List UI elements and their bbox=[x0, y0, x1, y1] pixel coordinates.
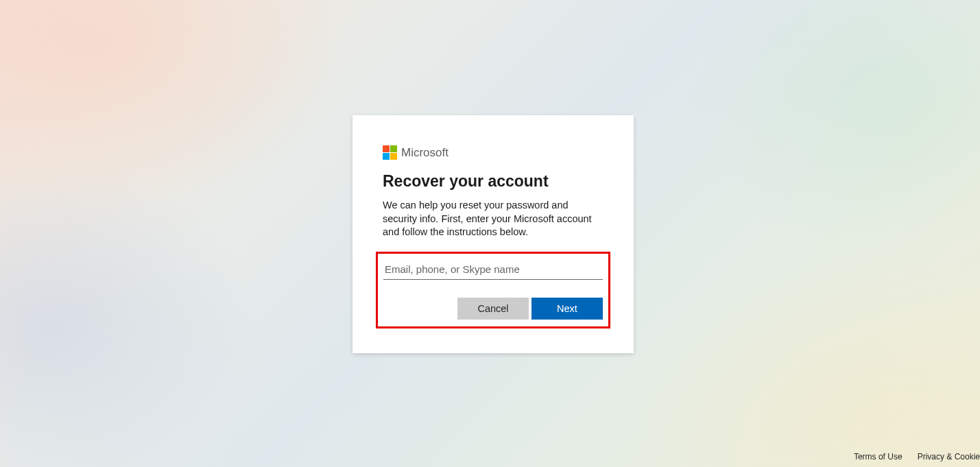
button-row: Cancel Next bbox=[383, 298, 603, 320]
microsoft-logo-icon bbox=[383, 145, 397, 160]
card-description: We can help you reset your password and … bbox=[383, 199, 603, 239]
microsoft-logo-row: Microsoft bbox=[383, 145, 603, 160]
privacy-link[interactable]: Privacy & Cookie bbox=[918, 452, 980, 462]
next-button[interactable]: Next bbox=[531, 298, 603, 320]
microsoft-logo-text: Microsoft bbox=[401, 146, 449, 160]
card-title: Recover your account bbox=[383, 172, 603, 191]
highlighted-input-section: Cancel Next bbox=[376, 252, 610, 328]
footer-links: Terms of Use Privacy & Cookie bbox=[854, 452, 980, 462]
terms-link[interactable]: Terms of Use bbox=[854, 452, 903, 462]
recover-account-card: Microsoft Recover your account We can he… bbox=[352, 115, 634, 353]
cancel-button[interactable]: Cancel bbox=[457, 298, 529, 320]
account-identifier-input[interactable] bbox=[383, 259, 603, 280]
